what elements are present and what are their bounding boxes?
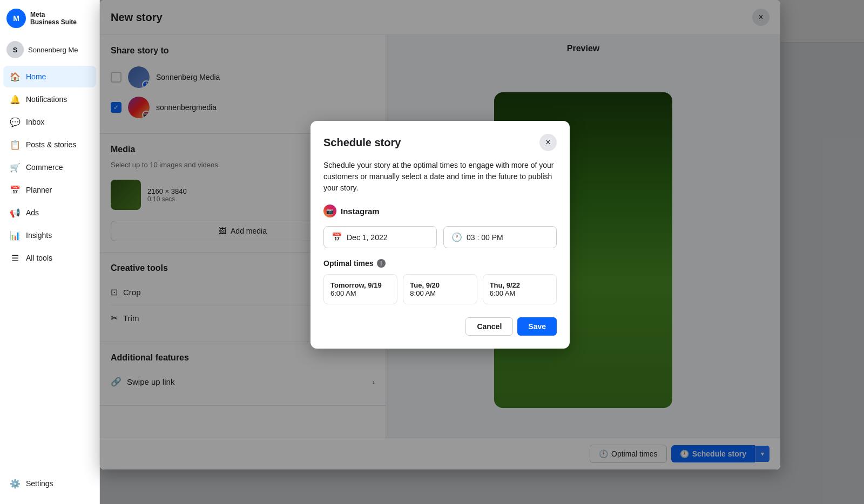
schedule-dialog-overlay: Schedule story × Schedule your story at … bbox=[100, 0, 780, 469]
datetime-row: 📅 Dec 1, 2022 🕐 03 : 00 PM bbox=[323, 226, 557, 248]
sidebar-item-label: Settings bbox=[26, 479, 53, 488]
time-field[interactable]: 🕐 03 : 00 PM bbox=[443, 226, 557, 248]
dialog-description: Schedule your story at the optimal times… bbox=[323, 160, 557, 194]
profile-section: S Sonnenberg Me bbox=[0, 37, 99, 63]
date-field[interactable]: 📅 Dec 1, 2022 bbox=[323, 226, 437, 248]
sidebar-item-posts[interactable]: 📋 Posts & stories bbox=[3, 134, 96, 155]
sidebar-item-label: Ads bbox=[26, 208, 39, 217]
calendar-icon: 📅 bbox=[332, 232, 342, 242]
sidebar-item-label: Notifications bbox=[26, 95, 67, 104]
meta-logo-icon: M bbox=[6, 9, 26, 28]
optimal-times-text: Optimal times bbox=[323, 259, 374, 268]
ads-icon: 📢 bbox=[10, 207, 21, 218]
schedule-dialog: Schedule story × Schedule your story at … bbox=[310, 121, 570, 349]
sidebar-item-planner[interactable]: 📅 Planner bbox=[3, 179, 96, 201]
dialog-header: Schedule story × bbox=[323, 134, 557, 151]
sidebar-item-label: Commerce bbox=[26, 163, 63, 172]
dialog-close-button[interactable]: × bbox=[539, 134, 557, 151]
date-value: Dec 1, 2022 bbox=[347, 233, 388, 242]
dialog-save-button[interactable]: Save bbox=[517, 317, 557, 336]
modal-overlay: New story × Share story to f bbox=[100, 0, 864, 504]
sidebar-item-settings[interactable]: ⚙️ Settings bbox=[3, 473, 96, 494]
sidebar-item-label: Planner bbox=[26, 186, 52, 194]
sidebar-bottom: ⚙️ Settings bbox=[0, 467, 99, 504]
time-option-date-2: Thu, 9/22 bbox=[490, 281, 550, 289]
platform-name: Instagram bbox=[341, 207, 380, 216]
profile-name: Sonnenberg Me bbox=[28, 46, 78, 54]
sidebar-item-label: Inbox bbox=[26, 118, 44, 126]
dialog-title: Schedule story bbox=[323, 137, 401, 149]
time-value: 03 : 00 PM bbox=[467, 233, 503, 242]
sidebar-nav: 🏠 Home 🔔 Notifications 💬 Inbox 📋 Posts &… bbox=[0, 63, 99, 467]
time-option-time-0: 6:00 AM bbox=[330, 289, 390, 297]
sidebar-item-commerce[interactable]: 🛒 Commerce bbox=[3, 156, 96, 178]
sidebar-item-label: All tools bbox=[26, 254, 52, 262]
time-option-time-1: 8:00 AM bbox=[410, 289, 470, 297]
clock-field-icon: 🕐 bbox=[451, 232, 462, 242]
home-icon: 🏠 bbox=[10, 71, 21, 82]
sidebar-item-insights[interactable]: 📊 Insights bbox=[3, 224, 96, 246]
dialog-cancel-button[interactable]: Cancel bbox=[465, 317, 513, 336]
time-option-date-1: Tue, 9/20 bbox=[410, 281, 470, 289]
sidebar-item-label: Insights bbox=[26, 231, 52, 240]
time-option-1[interactable]: Tue, 9/20 8:00 AM bbox=[403, 274, 477, 304]
insights-icon: 📊 bbox=[10, 230, 21, 241]
sidebar-item-label: Home bbox=[26, 72, 46, 81]
time-option-2[interactable]: Thu, 9/22 6:00 AM bbox=[483, 274, 557, 304]
avatar: S bbox=[6, 41, 24, 58]
sidebar-item-notifications[interactable]: 🔔 Notifications bbox=[3, 88, 96, 110]
planner-icon: 📅 bbox=[10, 185, 21, 195]
instagram-platform-icon: 📷 bbox=[323, 205, 336, 217]
info-icon: i bbox=[377, 259, 386, 268]
commerce-icon: 🛒 bbox=[10, 162, 21, 173]
notifications-icon: 🔔 bbox=[10, 94, 21, 105]
time-option-date-0: Tomorrow, 9/19 bbox=[330, 281, 390, 289]
new-story-modal: New story × Share story to f bbox=[100, 0, 780, 469]
logo-text: Meta Business Suite bbox=[30, 11, 77, 26]
sidebar-item-alltools[interactable]: ☰ All tools bbox=[3, 247, 96, 269]
logo: M Meta Business Suite bbox=[0, 0, 99, 37]
svg-text:M: M bbox=[13, 14, 19, 23]
time-options: Tomorrow, 9/19 6:00 AM Tue, 9/20 8:00 AM… bbox=[323, 274, 557, 304]
dialog-platform: 📷 Instagram bbox=[323, 205, 557, 217]
posts-icon: 📋 bbox=[10, 139, 21, 150]
alltools-icon: ☰ bbox=[10, 253, 21, 263]
main-content: Home Get an overview of your business an… bbox=[100, 0, 864, 504]
sidebar-item-home[interactable]: 🏠 Home bbox=[3, 66, 96, 87]
sidebar-item-label: Posts & stories bbox=[26, 140, 76, 149]
dialog-actions: Cancel Save bbox=[323, 317, 557, 336]
time-option-0[interactable]: Tomorrow, 9/19 6:00 AM bbox=[323, 274, 397, 304]
sidebar: M Meta Business Suite S Sonnenberg Me 🏠 … bbox=[0, 0, 100, 504]
time-option-time-2: 6:00 AM bbox=[490, 289, 550, 297]
settings-icon: ⚙️ bbox=[10, 478, 21, 489]
sidebar-item-ads[interactable]: 📢 Ads bbox=[3, 202, 96, 223]
optimal-times-section-label: Optimal times i bbox=[323, 259, 557, 268]
inbox-icon: 💬 bbox=[10, 117, 21, 127]
sidebar-item-inbox[interactable]: 💬 Inbox bbox=[3, 111, 96, 133]
